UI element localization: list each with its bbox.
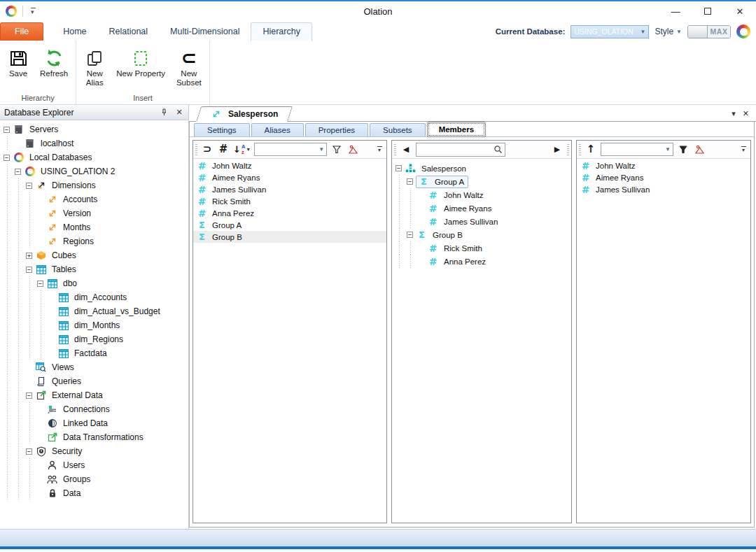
explorer-node-connections[interactable]: Connections (1, 402, 188, 416)
toolbar-overflow-icon[interactable]: ▼ (738, 146, 748, 153)
new-subset-button[interactable]: ⊂New Subset (172, 45, 206, 90)
close-document-icon[interactable]: ✕ (743, 109, 749, 118)
tab-list-dropdown-icon[interactable]: ▾ (732, 109, 736, 118)
max-toggle[interactable]: MAX (687, 25, 731, 38)
subtab-properties[interactable]: Properties (305, 123, 368, 136)
move-left-icon[interactable]: ◀ (400, 143, 412, 157)
collapse-icon[interactable]: − (4, 155, 10, 161)
explorer-node-accounts[interactable]: Accounts (1, 192, 188, 206)
explorer-node-dbo[interactable]: −dbo (1, 276, 188, 290)
source-member-john-waltz[interactable]: #John Waltz (193, 160, 386, 171)
explorer-node-version[interactable]: Version (1, 206, 188, 220)
ribbon-tab-file[interactable]: File (0, 22, 43, 41)
explorer-node-linked-data[interactable]: Linked Data (1, 416, 188, 430)
explorer-node-cubes[interactable]: +Cubes (1, 248, 188, 262)
collapse-icon[interactable]: − (407, 232, 413, 238)
minimize-button[interactable]: — (659, 1, 692, 21)
filter-funnel-icon[interactable] (330, 143, 343, 157)
advanced-filter-icon[interactable] (693, 143, 706, 157)
ribbon-tab-relational[interactable]: Relational (98, 23, 160, 41)
filter-funnel-filled-icon[interactable] (677, 143, 690, 157)
source-member-aimee-ryans[interactable]: #Aimee Ryans (193, 171, 386, 183)
explorer-node-localhost[interactable]: localhost (1, 136, 188, 150)
hierarchy-search-input[interactable] (419, 146, 493, 154)
target-filter-combobox[interactable]: ▼ (601, 143, 673, 156)
collapse-icon[interactable]: − (26, 267, 32, 273)
source-member-group-a[interactable]: ΣGroup A (193, 219, 386, 231)
collapse-icon[interactable]: − (4, 127, 10, 133)
hierarchy-search-box[interactable] (416, 143, 505, 157)
close-panel-icon[interactable]: ✕ (173, 108, 186, 117)
hierarchy-node-james-sullivan[interactable]: #James Sullivan (393, 215, 571, 228)
new-property-button[interactable]: New Property (111, 45, 170, 80)
collapse-icon[interactable]: − (26, 448, 32, 455)
move-up-icon[interactable]: ↑ (584, 143, 597, 157)
hierarchy-node-group-b[interactable]: −ΣGroup B (393, 228, 571, 241)
explorer-node-views[interactable]: Views (1, 360, 188, 374)
collapse-icon[interactable]: − (15, 169, 21, 175)
collapse-icon[interactable]: − (407, 178, 413, 185)
explorer-node-using-olation-2[interactable]: −USING_OLATION 2 (1, 164, 188, 178)
toolbar-grip[interactable] (567, 144, 569, 155)
ribbon-tab-hierarchy[interactable]: Hierarchy (251, 22, 312, 41)
subtab-aliases[interactable]: Aliases (251, 123, 304, 136)
expand-icon[interactable]: + (26, 253, 32, 259)
hierarchy-node-salesperson[interactable]: −Salesperson (393, 162, 571, 175)
advanced-filter-icon[interactable] (346, 143, 359, 157)
explorer-node-users[interactable]: Users (1, 458, 188, 472)
quick-access-dropdown-icon[interactable]: ▾ (28, 6, 38, 17)
explorer-node-dim-months[interactable]: dim_Months (1, 318, 188, 332)
hierarchy-node-aimee-ryans[interactable]: #Aimee Ryans (393, 201, 571, 215)
hierarchy-node-rick-smith[interactable]: #Rick Smith (393, 241, 571, 255)
current-database-combobox[interactable]: USING_OLATION ▼ (570, 25, 649, 38)
save-button[interactable]: Save (3, 45, 34, 80)
toolbar-grip[interactable] (195, 144, 197, 155)
explorer-node-dim-regions[interactable]: dim_Regions (1, 332, 188, 346)
subtab-settings[interactable]: Settings (194, 123, 250, 136)
explorer-node-dim-actual-vs-budget[interactable]: dim_Actual_vs_Budget (1, 304, 188, 318)
explorer-node-groups[interactable]: Groups (1, 472, 188, 486)
document-tab-salesperson[interactable]: Salesperson (196, 106, 288, 122)
hierarchy-node-group-a[interactable]: −ΣGroup A (393, 175, 571, 188)
toolbar-grip[interactable] (394, 144, 396, 155)
hierarchy-node-john-waltz[interactable]: #John Waltz (393, 188, 571, 201)
target-member-james-sullivan[interactable]: #James Sullivan (577, 183, 750, 195)
explorer-node-security[interactable]: −Security (1, 444, 188, 458)
target-filter-input[interactable] (603, 146, 665, 154)
toolbar-grip[interactable] (579, 144, 581, 155)
explorer-node-regions[interactable]: Regions (1, 234, 188, 248)
explorer-node-servers[interactable]: −Servers (1, 122, 188, 136)
move-right-icon[interactable]: ▶ (551, 143, 564, 157)
refresh-button[interactable]: Refresh (35, 45, 73, 80)
explorer-node-local-databases[interactable]: −Local Databases (1, 150, 188, 164)
member-filter-input[interactable] (257, 146, 318, 154)
collapse-icon[interactable]: − (26, 183, 32, 189)
explorer-node-tables[interactable]: −Tables (1, 262, 188, 276)
close-button[interactable]: ✕ (724, 1, 756, 21)
pin-icon[interactable] (160, 108, 173, 116)
explorer-node-factdata[interactable]: Factdata (1, 346, 188, 360)
explorer-node-data[interactable]: Data (1, 486, 188, 500)
source-member-group-b[interactable]: ΣGroup B (193, 231, 386, 243)
explorer-node-queries[interactable]: Queries (1, 374, 188, 388)
explorer-node-data-transformations[interactable]: Data Transformations (1, 430, 188, 444)
toolbar-overflow-icon[interactable]: ▼ (374, 146, 384, 153)
numeric-member-icon[interactable]: # (217, 143, 230, 157)
explorer-node-dimensions[interactable]: − Dimensions (1, 178, 188, 192)
explorer-node-dim-accounts[interactable]: dim_Accounts (1, 290, 188, 304)
collapse-icon[interactable]: − (37, 281, 43, 287)
source-member-james-sullivan[interactable]: #James Sullivan (193, 183, 386, 195)
target-member-john-waltz[interactable]: #John Waltz (577, 160, 750, 171)
explorer-node-months[interactable]: Months (1, 220, 188, 234)
new-alias-button[interactable]: New Alias (79, 45, 110, 90)
subtab-members[interactable]: Members (427, 122, 486, 137)
maximize-button[interactable] (692, 1, 724, 21)
source-member-rick-smith[interactable]: #Rick Smith (193, 195, 386, 207)
member-filter-combobox[interactable]: ▼ (254, 143, 327, 156)
collapse-icon[interactable]: − (26, 392, 32, 399)
source-member-anna-perez[interactable]: #Anna Perez (193, 207, 386, 219)
collapse-icon[interactable]: − (396, 165, 402, 171)
sort-az-button[interactable]: ↓ Az ▼ (233, 143, 251, 157)
explorer-node-external-data[interactable]: −External Data (1, 388, 188, 402)
style-dropdown[interactable]: Style ▼ (654, 27, 682, 36)
